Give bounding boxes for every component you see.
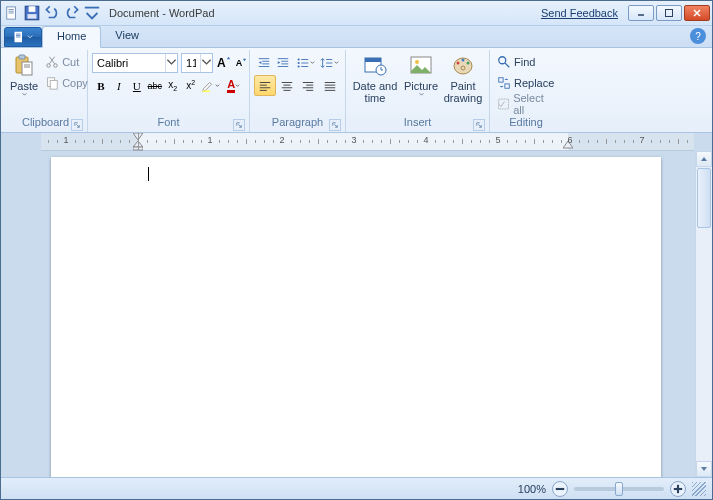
app-icon[interactable] [3, 4, 21, 22]
zoom-in-button[interactable] [670, 481, 686, 497]
chevron-down-icon[interactable] [200, 54, 212, 72]
align-right-button[interactable] [298, 75, 320, 96]
group-label-insert: Insert [350, 116, 485, 132]
paste-label: Paste [10, 80, 38, 92]
tab-home[interactable]: Home [42, 26, 101, 48]
zoom-control: 100% [518, 481, 686, 497]
find-button[interactable]: Find [494, 52, 558, 72]
maximize-button[interactable] [656, 5, 682, 21]
font-size-input[interactable] [182, 57, 200, 69]
save-icon[interactable] [23, 4, 41, 22]
svg-point-64 [462, 59, 465, 62]
group-label-clipboard: Clipboard [8, 116, 83, 132]
cut-button[interactable]: Cut [42, 52, 91, 72]
bullets-button[interactable] [293, 52, 318, 73]
svg-point-36 [298, 65, 300, 67]
italic-button[interactable]: I [110, 75, 128, 96]
replace-button[interactable]: Replace [494, 73, 558, 93]
zoom-out-button[interactable] [552, 481, 568, 497]
highlight-button[interactable] [200, 75, 223, 96]
superscript-button[interactable]: x2 [182, 75, 200, 96]
minimize-button[interactable] [628, 5, 654, 21]
group-label-paragraph: Paragraph [254, 116, 341, 132]
cut-label: Cut [62, 56, 79, 68]
decrease-indent-button[interactable] [254, 52, 274, 73]
align-left-button[interactable] [254, 75, 276, 96]
page-viewport [1, 151, 694, 477]
svg-rect-70 [505, 84, 509, 88]
strikethrough-button[interactable]: abc [146, 75, 164, 96]
replace-label: Replace [514, 77, 554, 89]
date-time-label: Date and time [352, 80, 398, 104]
svg-rect-9 [666, 10, 673, 17]
app-window: Document - WordPad Send Feedback Home Vi… [0, 0, 713, 500]
document-page[interactable] [51, 157, 661, 477]
svg-rect-69 [499, 78, 503, 82]
send-feedback-link[interactable]: Send Feedback [541, 7, 618, 19]
select-all-button[interactable]: Select all [494, 94, 558, 114]
vertical-scrollbar[interactable] [695, 151, 712, 477]
svg-rect-71 [499, 99, 509, 109]
zoom-slider[interactable] [574, 487, 664, 491]
zoom-slider-knob[interactable] [615, 482, 623, 496]
font-color-button[interactable]: A [222, 75, 245, 96]
bold-button[interactable]: B [92, 75, 110, 96]
group-font: A A B I U abc x2 x2 A Font [88, 50, 250, 132]
paste-button[interactable]: Paste [8, 52, 40, 116]
svg-rect-16 [22, 62, 32, 75]
select-all-label: Select all [513, 92, 555, 116]
horizontal-ruler[interactable]: 11234567 [41, 133, 694, 151]
paint-drawing-button[interactable]: Paint drawing [442, 52, 484, 116]
chevron-down-icon[interactable] [165, 54, 177, 72]
svg-point-61 [415, 60, 419, 64]
ribbon: Paste Cut Copy Clipboard [1, 48, 712, 133]
copy-label: Copy [62, 77, 88, 89]
font-dialog-launcher[interactable] [233, 119, 245, 131]
paragraph-dialog-launcher[interactable] [329, 119, 341, 131]
svg-rect-5 [29, 6, 36, 12]
font-family-input[interactable] [93, 57, 165, 69]
svg-point-20 [54, 64, 58, 68]
quick-access-toolbar [3, 4, 101, 22]
align-center-button[interactable] [276, 75, 298, 96]
scroll-thumb[interactable] [697, 168, 711, 228]
find-label: Find [514, 56, 535, 68]
copy-button[interactable]: Copy [42, 73, 91, 93]
svg-point-32 [298, 58, 300, 60]
date-time-button[interactable]: Date and time [350, 52, 400, 116]
svg-rect-23 [203, 90, 210, 92]
line-spacing-button[interactable] [318, 52, 341, 73]
svg-point-66 [461, 66, 465, 70]
insert-dialog-launcher[interactable] [473, 119, 485, 131]
scroll-down-button[interactable] [696, 461, 712, 477]
scroll-up-button[interactable] [696, 151, 712, 167]
window-controls [628, 5, 710, 21]
svg-point-67 [499, 57, 506, 64]
qat-dropdown-icon[interactable] [83, 4, 101, 22]
justify-button[interactable] [319, 75, 341, 96]
app-menu-button[interactable] [4, 27, 42, 47]
ribbon-tabs: Home View ? [1, 26, 712, 48]
resize-grip[interactable] [692, 482, 706, 496]
group-clipboard: Paste Cut Copy Clipboard [4, 50, 88, 132]
redo-icon[interactable] [63, 4, 81, 22]
undo-icon[interactable] [43, 4, 61, 22]
grow-font-button[interactable]: A [216, 52, 232, 73]
picture-button[interactable]: Picture [400, 52, 442, 116]
svg-point-65 [467, 62, 470, 65]
font-size-combo[interactable] [181, 53, 213, 73]
shrink-font-button[interactable]: A [235, 52, 249, 73]
paint-label: Paint drawing [444, 80, 483, 104]
tab-view[interactable]: View [101, 26, 153, 47]
underline-button[interactable]: U [128, 75, 146, 96]
close-button[interactable] [684, 5, 710, 21]
group-paragraph: Paragraph [250, 50, 346, 132]
help-button[interactable]: ? [690, 28, 706, 44]
font-family-combo[interactable] [92, 53, 178, 73]
svg-rect-22 [50, 80, 57, 89]
document-area: 11234567 [1, 133, 712, 477]
text-cursor [148, 167, 149, 181]
increase-indent-button[interactable] [274, 52, 294, 73]
clipboard-dialog-launcher[interactable] [71, 119, 83, 131]
subscript-button[interactable]: x2 [164, 75, 182, 96]
